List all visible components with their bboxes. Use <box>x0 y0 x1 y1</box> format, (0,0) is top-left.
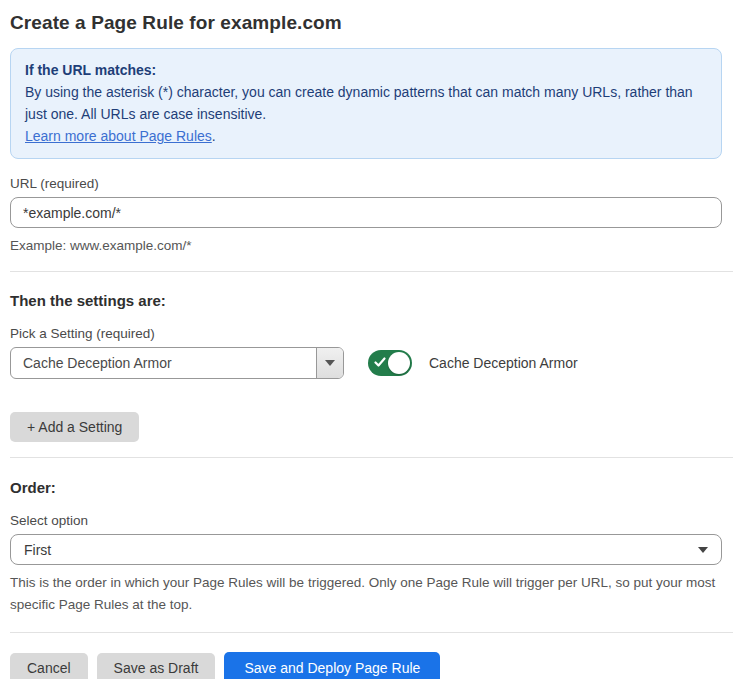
chevron-down-icon <box>325 360 335 366</box>
toggle-knob <box>388 352 410 374</box>
info-box-body: By using the asterisk (*) character, you… <box>25 81 707 125</box>
setting-select[interactable]: Cache Deception Armor <box>10 347 344 379</box>
pick-setting-label: Pick a Setting (required) <box>10 326 722 341</box>
setting-row: Cache Deception Armor Cache Deception Ar… <box>10 347 722 379</box>
learn-more-link[interactable]: Learn more about Page Rules <box>25 128 212 144</box>
divider <box>10 632 733 633</box>
info-box-link-line: Learn more about Page Rules. <box>25 125 707 147</box>
page-title: Create a Page Rule for example.com <box>10 12 722 34</box>
create-page-rule-form: Create a Page Rule for example.com If th… <box>0 0 750 679</box>
toggle-label: Cache Deception Armor <box>429 355 578 371</box>
url-label: URL (required) <box>10 176 722 191</box>
link-period: . <box>212 128 216 144</box>
divider <box>10 457 733 458</box>
url-input[interactable] <box>10 197 722 228</box>
order-select[interactable]: First <box>10 534 722 565</box>
settings-section-heading: Then the settings are: <box>10 292 722 309</box>
info-box-heading: If the URL matches: <box>25 59 707 81</box>
order-section-heading: Order: <box>10 479 722 496</box>
order-select-value: First <box>24 542 51 558</box>
save-as-draft-button[interactable]: Save as Draft <box>97 653 216 679</box>
order-select-label: Select option <box>10 513 722 528</box>
url-match-info-box: If the URL matches: By using the asteris… <box>10 48 722 159</box>
setting-select-dropdown-button[interactable] <box>316 348 343 378</box>
chevron-down-icon <box>698 547 708 553</box>
save-and-deploy-button[interactable]: Save and Deploy Page Rule <box>224 652 440 679</box>
order-helper-text: This is the order in which your Page Rul… <box>10 572 716 616</box>
footer-actions: Cancel Save as Draft Save and Deploy Pag… <box>10 652 722 679</box>
cancel-button[interactable]: Cancel <box>10 653 88 679</box>
url-helper-text: Example: www.example.com/* <box>10 235 722 256</box>
setting-select-value: Cache Deception Armor <box>11 348 316 378</box>
add-setting-button[interactable]: + Add a Setting <box>10 412 139 442</box>
cache-deception-armor-toggle[interactable] <box>368 350 412 376</box>
divider <box>10 271 733 272</box>
check-icon <box>374 356 386 368</box>
